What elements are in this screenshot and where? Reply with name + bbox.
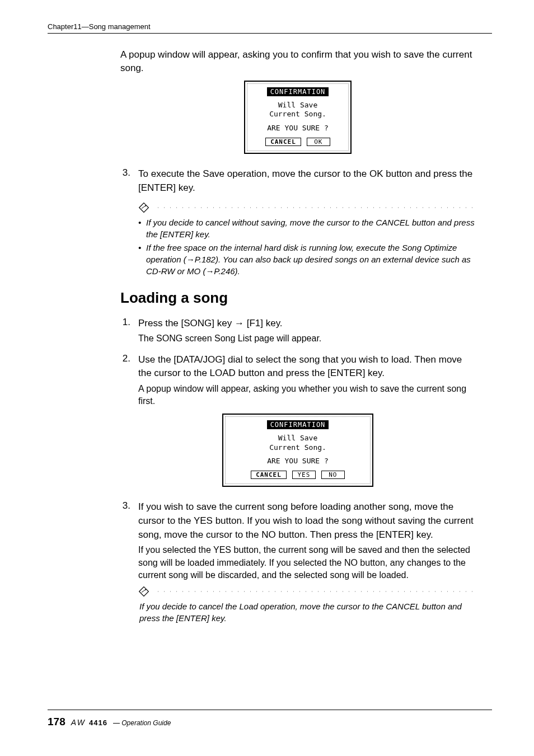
intro-text: A popup window will appear, asking you t… (120, 48, 475, 75)
step-3-load: 3. If you wish to save the current song … (120, 500, 475, 581)
step-heading: If you wish to save the current song bef… (138, 500, 475, 542)
step-number: 3. (120, 500, 130, 511)
tip-icon (138, 586, 149, 597)
section-heading-loading: Loading a song (120, 289, 475, 307)
ok-button[interactable]: OK (307, 138, 330, 146)
step-heading: Press the [SONG] key → [F1] key. (138, 317, 475, 331)
tip-item: If the free space on the internal hard d… (138, 242, 475, 277)
svg-marker-2 (139, 587, 149, 597)
step-subtext: A popup window will appear, asking you w… (138, 383, 475, 408)
no-button[interactable]: NO (321, 471, 345, 479)
tip-block-1: If you decide to cancel without saving, … (138, 202, 475, 277)
dialog-message: Will Save Current Song. (230, 434, 366, 453)
dialog-message: Will Save Current Song. (252, 101, 344, 120)
step-heading: Use the [DATA/JOG] dial to select the so… (138, 353, 475, 381)
svg-marker-0 (139, 203, 149, 212)
page-number: 178 (48, 716, 65, 728)
chapter-header: Chapter11—Song management (48, 22, 492, 31)
footer-rule (48, 710, 492, 710)
header-rule (48, 33, 492, 34)
dialog-prompt: ARE YOU SURE ? (230, 457, 366, 466)
step-subtext: If you selected the YES button, the curr… (138, 544, 475, 581)
tip-icon (138, 202, 149, 213)
yes-button[interactable]: YES (292, 471, 316, 479)
cancel-button[interactable]: CANCEL (265, 138, 301, 146)
dots-separator (155, 206, 475, 209)
dialog-title: CONFIRMATION (267, 87, 329, 96)
svg-point-3 (145, 589, 146, 590)
confirmation-dialog-save: CONFIRMATION Will Save Current Song. ARE… (244, 81, 352, 154)
dialog-2-wrap: CONFIRMATION Will Save Current Song. ARE… (120, 414, 475, 487)
main-content: A popup window will appear, asking you t… (120, 48, 475, 624)
step-heading: To execute the Save operation, move the … (138, 167, 475, 195)
tip-text: If you decide to cancel the Load operati… (138, 600, 475, 624)
step-3-save: 3. To execute the Save operation, move t… (120, 167, 475, 197)
tip-item: If you decide to cancel without saving, … (138, 217, 475, 240)
tip-block-2: If you decide to cancel the Load operati… (138, 586, 475, 624)
step-number: 1. (120, 317, 130, 328)
footer-guide-label: — Operation Guide (113, 719, 171, 727)
svg-point-1 (145, 205, 146, 206)
step-2-load: 2. Use the [DATA/JOG] dial to select the… (120, 353, 475, 408)
product-brand: AW4416 (71, 718, 107, 727)
step-1-load: 1. Press the [SONG] key → [F1] key. The … (120, 317, 475, 345)
dialog-title: CONFIRMATION (267, 420, 329, 429)
step-number: 3. (120, 167, 130, 179)
step-subtext: The SONG screen Song List page will appe… (138, 332, 475, 345)
confirmation-dialog-load: CONFIRMATION Will Save Current Song. ARE… (222, 414, 373, 487)
step-number: 2. (120, 353, 130, 364)
dots-separator (155, 590, 475, 593)
page-footer: 178 AW4416 — Operation Guide (48, 710, 492, 728)
dialog-prompt: ARE YOU SURE ? (252, 124, 344, 133)
cancel-button[interactable]: CANCEL (251, 471, 287, 479)
dialog-1-wrap: CONFIRMATION Will Save Current Song. ARE… (120, 81, 475, 154)
